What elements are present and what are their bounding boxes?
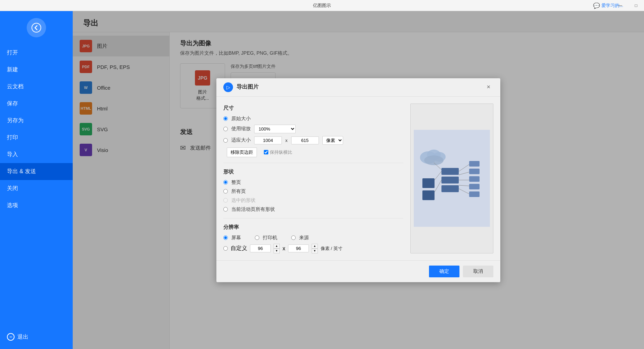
all-pages-row: 所有页 <box>223 188 403 195</box>
saveas-label: 另存为 <box>7 117 24 124</box>
modal-close-button[interactable]: × <box>484 82 493 92</box>
current-page-radio[interactable] <box>223 207 228 212</box>
unit-select[interactable]: 像素 厘米 英寸 <box>322 136 343 145</box>
export-dialog: ▷ 导出图片 × 尺寸 原始大小 使用缩放 <box>216 78 500 282</box>
title-bar: 亿图图示 💬 爱学习的... — □ <box>0 0 644 11</box>
scale-label: 使用缩放 <box>231 126 251 132</box>
printer-label: 打印机 <box>263 235 277 241</box>
size-radio-group: 原始大小 使用缩放 100% 50% 200% 适应大小 <box>223 116 403 157</box>
current-page-row: 当前活动页所有形状 <box>223 206 403 213</box>
dpi-x-spinners: ▲ ▼ <box>274 244 280 253</box>
dpi-y-down[interactable]: ▼ <box>312 249 318 253</box>
sidebar-item-close[interactable]: 关闭 <box>0 180 73 197</box>
custom-dpi-row: 自定义 ▲ ▼ x ▲ ▼ <box>223 244 403 253</box>
sidebar-item-save[interactable]: 保存 <box>0 95 73 112</box>
screen-row: 屏幕 <box>223 235 241 241</box>
modal-title: 导出图片 <box>236 83 259 91</box>
modal-footer: 确定 取消 <box>216 260 500 282</box>
dpi-x-up[interactable]: ▲ <box>274 244 280 249</box>
import-label: 导入 <box>7 151 18 158</box>
confirm-button[interactable]: 确定 <box>429 266 459 277</box>
scale-select[interactable]: 100% 50% 200% <box>254 125 296 133</box>
divider-1 <box>223 163 403 163</box>
options-label: 选项 <box>7 202 18 209</box>
scale-row: 使用缩放 100% 50% 200% <box>223 125 403 133</box>
svg-rect-14 <box>422 178 435 188</box>
full-page-label: 整页 <box>231 179 241 186</box>
remove-margin-button[interactable]: 移除页边距 <box>227 147 257 157</box>
sidebar-item-new[interactable]: 新建 <box>0 61 73 78</box>
exit-icon: − <box>7 333 15 341</box>
sidebar-item-import[interactable]: 导入 <box>0 146 73 163</box>
save-label: 保存 <box>7 100 18 107</box>
preview-image <box>414 130 490 227</box>
dpi-x-input[interactable] <box>250 244 271 252</box>
dpi-row: 屏幕 打印机 来源 <box>223 235 403 241</box>
full-page-radio[interactable] <box>223 180 228 185</box>
width-input[interactable] <box>254 136 282 144</box>
back-button[interactable] <box>27 18 46 37</box>
sidebar-item-open[interactable]: 打开 <box>0 44 73 61</box>
network-diagram-svg <box>414 130 490 227</box>
screen-radio[interactable] <box>223 235 228 240</box>
minimize-button[interactable]: — <box>612 0 628 11</box>
sidebar-item-options[interactable]: 选项 <box>0 197 73 214</box>
current-page-label: 当前活动页所有形状 <box>231 206 275 213</box>
svg-rect-11 <box>469 176 480 182</box>
app-title: 亿图图示 <box>313 2 331 9</box>
maximize-button[interactable]: □ <box>628 0 644 11</box>
exit-button[interactable]: − 退出 <box>0 328 73 346</box>
fit-row: 适应大小 x 像素 厘米 英寸 <box>223 136 403 145</box>
full-page-row: 整页 <box>223 179 403 186</box>
svg-rect-7 <box>441 177 459 184</box>
cancel-button[interactable]: 取消 <box>463 266 493 277</box>
printer-row: 打印机 <box>255 235 277 241</box>
selected-label: 选中的形状 <box>231 197 256 204</box>
keep-ratio-label: 保持纵横比 <box>264 149 292 155</box>
dpi-y-group: ▲ ▼ <box>288 244 318 253</box>
custom-radio[interactable] <box>223 246 228 251</box>
resolution-section-title: 分辨率 <box>223 224 403 231</box>
svg-rect-10 <box>469 169 480 174</box>
new-label: 新建 <box>7 66 18 73</box>
svg-rect-6 <box>441 168 459 175</box>
source-row: 来源 <box>291 235 309 241</box>
scale-radio[interactable] <box>223 127 228 131</box>
all-pages-label: 所有页 <box>231 188 246 195</box>
original-size-radio[interactable] <box>223 116 228 121</box>
modal-left: 尺寸 原始大小 使用缩放 100% 50% 200% <box>223 104 403 253</box>
dpi-x-group: ▲ ▼ <box>250 244 280 253</box>
modal-preview <box>410 104 493 253</box>
size-section-title: 尺寸 <box>223 105 403 111</box>
close-label: 关闭 <box>7 185 18 192</box>
custom-label: 自定义 <box>231 245 247 252</box>
sidebar-item-export[interactable]: 导出 & 发送 <box>0 163 73 180</box>
sidebar-item-cloud[interactable]: 云文档 <box>0 78 73 95</box>
fit-label: 适应大小 <box>231 137 251 143</box>
sidebar-item-saveas[interactable]: 另存为 <box>0 112 73 129</box>
screen-label: 屏幕 <box>231 235 241 241</box>
dpi-x-down[interactable]: ▼ <box>274 249 280 253</box>
sidebar-item-print[interactable]: 打印 <box>0 129 73 146</box>
shape-section-title: 形状 <box>223 169 403 175</box>
modal-header: ▷ 导出图片 × <box>216 78 500 97</box>
dpi-y-spinners: ▲ ▼ <box>312 244 318 253</box>
svg-rect-15 <box>422 190 435 200</box>
printer-radio[interactable] <box>255 235 259 240</box>
height-input[interactable] <box>291 136 319 144</box>
fit-radio[interactable] <box>223 138 228 143</box>
svg-point-5 <box>424 155 444 165</box>
modal-title-area: ▷ 导出图片 <box>223 82 259 92</box>
dpi-y-up[interactable]: ▲ <box>312 244 318 249</box>
svg-rect-8 <box>441 185 459 192</box>
window-controls: — □ <box>612 0 644 11</box>
source-radio[interactable] <box>291 235 296 240</box>
modal-body: 尺寸 原始大小 使用缩放 100% 50% 200% <box>216 97 500 260</box>
selected-radio <box>223 198 228 203</box>
svg-rect-9 <box>469 161 480 167</box>
back-arrow-icon <box>32 23 41 33</box>
all-pages-radio[interactable] <box>223 189 228 194</box>
keep-ratio-checkbox[interactable] <box>264 150 268 154</box>
dpi-y-input[interactable] <box>288 244 309 252</box>
modal-title-icon: ▷ <box>223 82 233 92</box>
